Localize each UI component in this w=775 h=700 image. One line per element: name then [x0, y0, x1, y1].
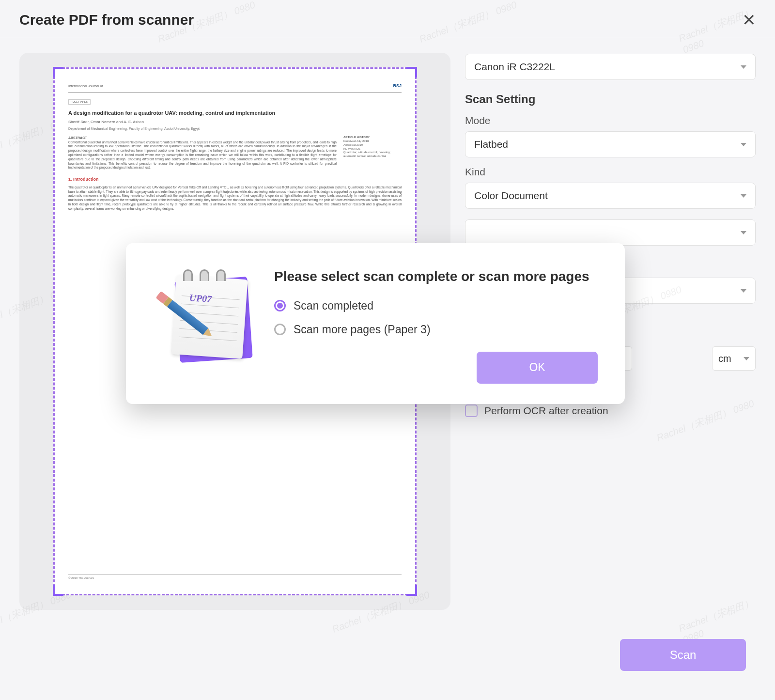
scan-button[interactable]: Scan	[620, 639, 746, 671]
notepad-text: UP07	[189, 292, 212, 305]
crop-handle-tr[interactable]	[406, 67, 417, 78]
doc-badge: FULL PAPER	[68, 99, 91, 105]
doc-journal: International Journal of	[68, 84, 103, 88]
doc-header: International Journal of RSJ	[68, 83, 402, 93]
ok-button[interactable]: OK	[477, 352, 598, 384]
chevron-down-icon	[741, 289, 746, 293]
scan-complete-modal: UP07 Please select scan complete or scan…	[126, 243, 625, 404]
doc-intro-heading: 1. Introduction	[68, 177, 402, 183]
mode-select[interactable]: Flatbed	[465, 131, 756, 157]
ocr-label: Perform OCR after creation	[484, 405, 608, 417]
modal-title: Please select scan complete or scan more…	[274, 267, 598, 286]
mode-label: Mode	[465, 115, 756, 126]
notepad-icon: UP07	[153, 267, 255, 364]
chevron-down-icon	[741, 65, 746, 69]
hidden-select-1[interactable]	[465, 219, 756, 246]
crop-handle-bl[interactable]	[53, 585, 63, 596]
crop-handle-tl[interactable]	[53, 67, 63, 78]
chevron-down-icon	[741, 194, 746, 198]
chevron-down-icon	[741, 143, 746, 146]
kind-label: Kind	[465, 166, 756, 178]
radio-scan-more[interactable]: Scan more pages (Paper 3)	[274, 323, 598, 336]
dialog-title: Create PDF from scanner	[19, 12, 194, 28]
doc-authors: Sheriff Sadr, Omar Nemere and A. E. Asbo…	[68, 120, 402, 124]
doc-title: A design modification for a quadrotor UA…	[68, 109, 402, 116]
crop-handle-br[interactable]	[406, 585, 417, 596]
doc-affiliation: Department of Mechanical Engineering, Fa…	[68, 126, 402, 131]
doc-intro-body: The quadrotor or quadcopter is an unmann…	[68, 186, 402, 211]
scanner-value: Canon iR C3222L	[474, 61, 555, 73]
close-icon[interactable]: ✕	[742, 12, 756, 28]
unit-value: cm	[718, 353, 731, 364]
unit-select[interactable]: cm	[712, 346, 756, 371]
radio-button[interactable]	[274, 300, 286, 311]
kind-select[interactable]: Color Document	[465, 183, 756, 209]
doc-keywords: ARTICLE HISTORY Received July 2018 Accep…	[343, 136, 402, 170]
doc-abstract: ABSTRACT Conventional quadrotor unmanned…	[68, 136, 337, 170]
radio-label: Scan more pages (Paper 3)	[294, 323, 431, 336]
mode-value: Flatbed	[474, 139, 508, 150]
dialog-header: Create PDF from scanner ✕	[0, 0, 775, 38]
radio-button[interactable]	[274, 324, 286, 335]
chevron-down-icon	[744, 357, 749, 360]
doc-footer: © 2019 The Authors	[68, 574, 402, 580]
kind-value: Color Document	[474, 190, 548, 202]
radio-scan-completed[interactable]: Scan completed	[274, 299, 598, 312]
doc-logo: RSJ	[393, 83, 402, 89]
radio-label: Scan completed	[294, 299, 373, 312]
ocr-row[interactable]: Perform OCR after creation	[465, 404, 756, 417]
chevron-down-icon	[741, 231, 746, 234]
ocr-checkbox[interactable]	[465, 404, 478, 417]
scan-setting-title: Scan Setting	[465, 93, 756, 106]
scanner-select[interactable]: Canon iR C3222L	[465, 54, 756, 80]
